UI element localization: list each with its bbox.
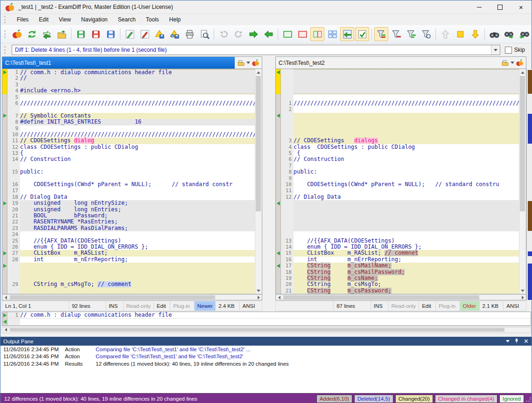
second-file-code-line[interactable] bbox=[276, 225, 519, 231]
edit-button[interactable]: Edit bbox=[154, 301, 171, 311]
second-file-code-line-21[interactable]: 21 CString m_csPassword; bbox=[276, 288, 519, 294]
undo-button[interactable] bbox=[217, 27, 231, 41]
open-file-dropdown-icon[interactable] bbox=[511, 62, 514, 64]
diff-arrow-icon[interactable] bbox=[3, 70, 7, 74]
scrollbar-thumb[interactable] bbox=[283, 295, 479, 299]
second-file-code-line[interactable] bbox=[276, 88, 519, 94]
first-file-code-line-8[interactable]: 8#define INIT_RAS_ENTRIES 16 bbox=[2, 119, 255, 125]
diff-arrow-icon[interactable] bbox=[3, 264, 7, 268]
second-file-code-line-20[interactable]: 20 CString m_csMsgTo; bbox=[276, 281, 519, 287]
toolbar-grip[interactable] bbox=[4, 30, 6, 38]
menu-item-help[interactable]: Help bbox=[164, 14, 186, 25]
first-file-code-line[interactable] bbox=[2, 263, 255, 269]
first-file-code-line[interactable] bbox=[2, 288, 255, 294]
scrollbar-thumb[interactable] bbox=[10, 295, 215, 299]
merge-save-second-button[interactable] bbox=[168, 27, 182, 41]
first-file-code-line-20[interactable]: 20 unsigned long nEntries; bbox=[2, 207, 255, 213]
second-file-code-line[interactable] bbox=[276, 75, 519, 81]
open-file-icon[interactable] bbox=[237, 59, 245, 67]
pane-splitter[interactable] bbox=[262, 56, 275, 300]
scroll-down-button[interactable] bbox=[519, 287, 525, 294]
merge-save-first-button[interactable] bbox=[153, 27, 167, 41]
first-file-code-line-24[interactable]: 24 bbox=[2, 231, 255, 237]
second-file-code-line[interactable] bbox=[276, 219, 519, 225]
diffmap-changed-mark[interactable] bbox=[528, 264, 532, 299]
first-file-header[interactable]: C:\Test\Test\_test1 bbox=[2, 56, 262, 69]
first-file-code-line-6[interactable]: 6///////////////////////////////////////… bbox=[2, 100, 255, 106]
second-file-code-line-17[interactable]: 17 CString m_csMailName; bbox=[276, 263, 519, 269]
first-file-code-line-25[interactable]: 25 //{{AFX_DATA(CDOESettings) bbox=[2, 238, 255, 244]
scroll-right-button[interactable] bbox=[519, 296, 526, 299]
diff-arrow-icon[interactable] bbox=[277, 114, 280, 118]
second-file-code-line-15[interactable]: 15 CListBox m_RASList; // commnet bbox=[276, 250, 519, 256]
split-view-button[interactable] bbox=[310, 27, 324, 41]
second-file-code-line-2[interactable]: 2 bbox=[276, 106, 519, 112]
pin-icon[interactable] bbox=[514, 338, 519, 344]
second-file-code-line[interactable] bbox=[276, 94, 519, 100]
edit-first-file-button[interactable] bbox=[123, 27, 137, 41]
go-back-button[interactable] bbox=[261, 27, 275, 41]
plugin-toggle[interactable]: Plug-in bbox=[170, 301, 194, 311]
diffmap-changed-mark[interactable] bbox=[528, 114, 532, 144]
first-file-code-line-27[interactable]: 27 CListBox m_RASList; bbox=[2, 250, 255, 256]
plugin-toggle[interactable]: Plug-in bbox=[436, 301, 460, 311]
first-file-editor[interactable]: 1// comm.h : dialup communications heade… bbox=[2, 69, 262, 294]
find-prev-button[interactable] bbox=[517, 27, 531, 41]
diffmap-deleted-mark[interactable] bbox=[528, 70, 532, 94]
close-button[interactable]: × bbox=[511, 0, 532, 14]
redo-button[interactable] bbox=[231, 27, 245, 41]
first-file-code-line-10[interactable]: 10//////////////////////////////////////… bbox=[2, 132, 255, 138]
show-first-pane-button[interactable] bbox=[280, 27, 294, 41]
edit-second-file-button[interactable] bbox=[138, 27, 152, 41]
diff-arrow-icon[interactable] bbox=[277, 251, 280, 255]
compare-icon[interactable] bbox=[516, 59, 524, 67]
scrollbar-thumb[interactable] bbox=[256, 76, 261, 211]
scrollbar-thumb[interactable] bbox=[10, 328, 504, 332]
inspector-horizontal-scrollbar[interactable] bbox=[2, 327, 531, 333]
output-close-icon[interactable]: ✕ bbox=[524, 338, 529, 344]
second-file-code-line-5[interactable]: 5 { bbox=[276, 150, 519, 156]
second-file-code-line[interactable] bbox=[276, 69, 519, 75]
diffnav-grip[interactable] bbox=[4, 46, 8, 54]
first-file-code-line-26[interactable]: 26 enum { IDD = IDD_DIAL_ON_ERRORS }; bbox=[2, 244, 255, 250]
skip-checkbox[interactable] bbox=[505, 47, 512, 54]
menu-item-edit[interactable]: Edit bbox=[34, 14, 54, 25]
second-file-code-line-19[interactable]: 19 CString m_csName; bbox=[276, 275, 519, 281]
second-file-code-line[interactable] bbox=[276, 125, 519, 132]
second-file-code-line[interactable] bbox=[276, 82, 519, 88]
first-file-horizontal-scrollbar[interactable] bbox=[2, 294, 262, 300]
next-diff-button[interactable] bbox=[468, 27, 482, 41]
second-file-code-line-14[interactable]: 14 enum { IDD = IDD_DIAL_ON_ERRORS }; bbox=[276, 244, 519, 250]
menu-item-files[interactable]: Files bbox=[12, 14, 34, 25]
first-file-code-line[interactable] bbox=[2, 175, 255, 181]
print-button[interactable] bbox=[182, 27, 196, 41]
scrollbar-thumb[interactable] bbox=[520, 76, 525, 211]
diff-arrow-icon[interactable] bbox=[3, 202, 7, 205]
diff-arrow-icon[interactable] bbox=[277, 70, 280, 74]
second-file-code-line[interactable] bbox=[276, 132, 519, 138]
show-options-button[interactable] bbox=[355, 27, 369, 41]
first-file-code-line-18[interactable]: 18// Dialog Data bbox=[2, 194, 255, 200]
first-file-code-line-22[interactable]: 22 RASENTRYNAME *RasEntries; bbox=[2, 219, 255, 225]
synchronize-scrolling-button[interactable] bbox=[340, 27, 354, 41]
scroll-left-button[interactable] bbox=[2, 328, 9, 332]
print-preview-button[interactable] bbox=[197, 27, 211, 41]
open-file-dropdown-icon[interactable] bbox=[246, 62, 250, 64]
save-both-files-button[interactable] bbox=[104, 27, 118, 41]
first-file-code-line-12[interactable]: 12class CDOESettings : public CDialog bbox=[2, 144, 255, 150]
previous-diff-button[interactable] bbox=[438, 27, 452, 41]
first-file-code-line-29[interactable]: 29 CString m_csMsgTo; // comment bbox=[2, 281, 255, 287]
diff-selector-combobox[interactable]: Diff 1: Delete 4 lines (1 - 4, first fil… bbox=[12, 45, 500, 55]
second-file-code-line[interactable] bbox=[276, 207, 519, 213]
resize-grip[interactable] bbox=[526, 397, 531, 402]
second-file-horizontal-scrollbar[interactable] bbox=[275, 294, 526, 300]
minimize-button[interactable] bbox=[469, 0, 490, 14]
second-file-code-line[interactable] bbox=[276, 213, 519, 219]
menu-item-tools[interactable]: Tools bbox=[141, 14, 164, 25]
second-file-code-line-9[interactable]: 9 bbox=[276, 175, 519, 181]
refresh-compare-button[interactable] bbox=[25, 27, 39, 41]
show-differences-filter-button[interactable] bbox=[374, 27, 388, 41]
first-file-code-line-19[interactable]: 19 unsigned long nEntrySize; bbox=[2, 200, 255, 206]
scroll-up-button[interactable] bbox=[519, 69, 525, 76]
second-file-editor[interactable]: 1///////////////////////////////////////… bbox=[275, 69, 526, 294]
